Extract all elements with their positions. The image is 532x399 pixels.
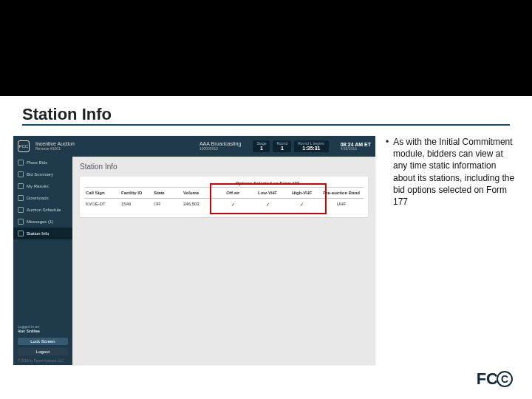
th-pre-band: Pre-auction Band [319, 188, 364, 198]
fcc-mark-icon: FCC [18, 140, 30, 152]
th-off-air: Off-air [216, 188, 250, 198]
clock-box: 08:24 AM ET 4/18/2016 [341, 142, 371, 151]
cell-facility-id: 1549 [120, 199, 152, 210]
table-head: Call Sign Facility ID State Volume Off-a… [84, 187, 364, 199]
cell-state: OR [152, 199, 182, 210]
info-icon [18, 231, 24, 236]
stage-value: 1 [260, 146, 263, 151]
table-row: KVOE-DT 1549 OR 246,503 ✓ ✓ ✓ UHF [84, 199, 364, 210]
app-screenshot: FCC Incentive Auction Reverse #1001 AAA … [13, 136, 375, 365]
table-span-row: Options Selected on Form 177 [84, 181, 364, 187]
sidebar-item-messages[interactable]: Messages (1) [13, 216, 72, 228]
stage-box: Stage 1 [253, 140, 270, 153]
list-icon [18, 183, 24, 189]
sidebar-item-label: Bid Summary [27, 172, 53, 177]
mail-icon [18, 219, 24, 225]
sidebar-item-label: Station Info [27, 231, 49, 236]
header-boxes: Stage 1 Round 1 Round 1 begins: 1:35:31 [253, 140, 328, 153]
sidebar-item-place-bids[interactable]: Place Bids [13, 157, 72, 168]
sidebar-item-label: Auction Schedule [27, 208, 61, 212]
logout-button[interactable]: Logout [18, 348, 68, 355]
sidebar-item-station-info[interactable]: Station Info [13, 228, 72, 239]
cell-pre-band: UHF [319, 199, 364, 210]
login-block: Logged in as: Alan Smithee [13, 321, 72, 336]
th-volume: Volume [182, 188, 216, 198]
sidebar-spacer [13, 239, 72, 321]
cell-off-air: ✓ [216, 199, 250, 210]
sidebar-item-label: My Results [27, 184, 49, 188]
span-header: Options Selected on Form 177 [216, 181, 319, 187]
fcc-logo-c-circle: C [497, 371, 513, 387]
auction-sub: Reverse #1001 [35, 147, 75, 151]
countdown-box: Round 1 begins: 1:35:31 [294, 140, 328, 153]
sidebar-item-bid-summary[interactable]: Bid Summary [13, 168, 72, 180]
sidebar-item-downloads[interactable]: Downloads [13, 192, 72, 204]
th-call-sign: Call Sign [84, 188, 120, 198]
th-high-vhf: High-VHF [284, 188, 319, 198]
th-low-vhf: Low-VHF [250, 188, 285, 198]
sidebar-item-label: Messages (1) [27, 219, 53, 224]
content-row: FCC Incentive Auction Reverse #1001 AAA … [13, 136, 519, 365]
list-icon [18, 160, 24, 166]
bullet-item: As with the Initial Commitment module, b… [393, 136, 516, 208]
sidebar-item-label: Place Bids [27, 160, 47, 165]
sidebar-item-label: Downloads [27, 196, 49, 200]
fcc-logo-f: F [477, 369, 486, 389]
main-panel: Station Info Options Selected on Form 17… [72, 157, 375, 365]
sidebar: Place Bids Bid Summary My Results Downlo… [13, 157, 72, 365]
download-icon [18, 195, 24, 201]
th-facility-id: Facility ID [120, 188, 152, 198]
round-value: 1 [281, 146, 284, 151]
sidebar-item-my-results[interactable]: My Results [13, 180, 72, 192]
heading-underline [22, 124, 510, 126]
cell-call-sign: KVOE-DT [84, 199, 120, 210]
lock-screen-button[interactable]: Lock Screen [18, 338, 68, 345]
station-table: Options Selected on Form 177 Call Sign F… [80, 177, 368, 217]
clock-sub: 4/18/2016 [341, 147, 371, 151]
countdown-value: 1:35:31 [302, 146, 320, 151]
list-icon [18, 171, 24, 177]
panel-title: Station Info [80, 163, 368, 171]
bidder-sub: 100000012 [200, 147, 241, 151]
calendar-icon [18, 207, 24, 213]
cell-low-vhf: ✓ [250, 199, 285, 210]
th-state: State [152, 188, 182, 198]
sidebar-footer: © 2016 by Power Auctions LLC [13, 357, 72, 365]
cell-high-vhf: ✓ [284, 199, 319, 210]
bullet-list: As with the Initial Commitment module, b… [383, 136, 516, 365]
bidder-block: AAA Broadcasting 100000012 [200, 141, 241, 151]
logged-in-user: Alan Smithee [18, 329, 68, 333]
page-title: Station Info [22, 105, 495, 124]
app-header: FCC Incentive Auction Reverse #1001 AAA … [13, 136, 375, 157]
round-box: Round 1 [273, 140, 291, 153]
cell-volume: 246,503 [182, 199, 216, 210]
slide: Station Info FCC Incentive Auction Rever… [0, 0, 532, 399]
fcc-footer-logo: FCC [477, 369, 513, 389]
app-body: Place Bids Bid Summary My Results Downlo… [13, 157, 375, 365]
auction-name-block: Incentive Auction Reverse #1001 [35, 141, 75, 151]
title-band [0, 0, 532, 96]
sidebar-item-auction-schedule[interactable]: Auction Schedule [13, 204, 72, 216]
